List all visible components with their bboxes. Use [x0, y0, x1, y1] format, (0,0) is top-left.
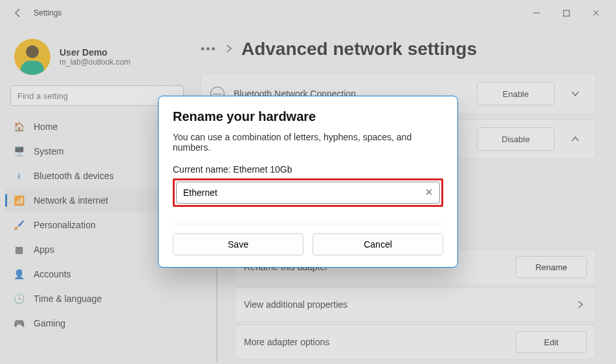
rename-input-container [176, 182, 440, 204]
rename-input[interactable] [183, 187, 425, 198]
dialog-description: You can use a combination of letters, hy… [173, 132, 443, 153]
save-button[interactable]: Save [173, 233, 303, 255]
x-icon [425, 188, 433, 196]
clear-input-button[interactable] [425, 187, 433, 198]
dialog-buttons: Save Cancel [173, 224, 443, 255]
modal-overlay: Rename your hardware You can use a combi… [0, 0, 616, 364]
rename-dialog: Rename your hardware You can use a combi… [158, 96, 458, 268]
input-highlight [173, 178, 443, 207]
current-name-label: Current name: Ethernet 10Gb [173, 164, 443, 175]
cancel-button[interactable]: Cancel [313, 233, 443, 255]
dialog-title: Rename your hardware [173, 109, 443, 124]
